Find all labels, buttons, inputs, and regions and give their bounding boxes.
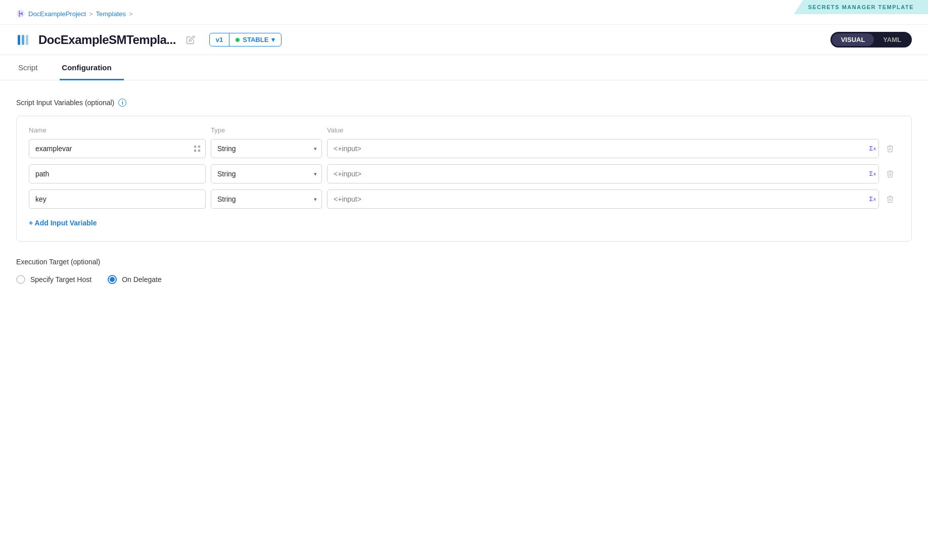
secrets-manager-banner: SECRETS MANAGER TEMPLATE [794, 0, 928, 14]
svg-rect-1 [18, 35, 20, 45]
value-cell-0: Σx [327, 139, 879, 158]
svg-rect-7 [198, 150, 200, 152]
var-grid-icon-0[interactable] [193, 144, 202, 153]
delete-row-0-button[interactable] [881, 142, 899, 156]
edit-title-button[interactable] [184, 33, 197, 46]
version-status-label: STABLE [243, 36, 268, 43]
name-input-wrapper-0 [29, 139, 206, 158]
variables-table: Name Type Value [16, 116, 912, 242]
name-input-wrapper-2 [29, 190, 206, 209]
col-name-header: Name [29, 126, 211, 134]
delete-row-1-button[interactable] [881, 167, 899, 181]
col-value-header: Value [327, 126, 879, 134]
name-cell-1 [29, 164, 211, 183]
template-icon [16, 33, 30, 47]
radio-specify-label: Specify Target Host [30, 275, 91, 284]
breadcrumb-sep-1: > [89, 10, 93, 18]
radio-on-delegate[interactable]: On Delegate [108, 275, 162, 284]
breadcrumb-templates[interactable]: Templates [96, 10, 126, 18]
version-chevron-icon: ▾ [271, 36, 275, 43]
type-cell-1: String Number Boolean ▾ [211, 164, 322, 183]
delete-row-2-button[interactable] [881, 192, 899, 206]
col-type-header: Type [211, 126, 327, 134]
radio-delegate-circle [108, 275, 117, 284]
value-input-1[interactable] [327, 164, 879, 183]
breadcrumb: DocExampleProject > Templates > [0, 0, 928, 25]
name-cell-2 [29, 190, 211, 209]
script-input-section-label: Script Input Variables (optional) i [16, 99, 912, 107]
execution-target-label: Execution Target (optional) [16, 258, 912, 266]
view-toggle[interactable]: VISUAL YAML [830, 32, 912, 48]
tab-configuration[interactable]: Configuration [60, 55, 123, 80]
type-select-2[interactable]: String Number Boolean [211, 190, 322, 209]
sigma-button-2[interactable]: Σx [869, 196, 876, 203]
type-select-1[interactable]: String Number Boolean [211, 164, 322, 183]
radio-delegate-label: On Delegate [122, 275, 162, 284]
value-cell-2: Σx [327, 190, 879, 209]
type-cell-2: String Number Boolean ▾ [211, 190, 322, 209]
svg-rect-2 [22, 35, 24, 45]
name-input-2[interactable] [29, 190, 206, 209]
sigma-button-1[interactable]: Σx [869, 170, 876, 177]
table-header: Name Type Value [29, 126, 899, 139]
harness-logo-icon [16, 9, 25, 18]
radio-specify-circle [16, 275, 25, 284]
table-row: String Number Boolean ▾ Σx [29, 190, 899, 209]
script-input-info-icon[interactable]: i [118, 99, 126, 107]
name-input-wrapper-1 [29, 164, 206, 183]
table-row: String Number Boolean ▾ Σx [29, 139, 899, 158]
svg-rect-3 [26, 35, 28, 45]
value-input-wrapper-0: Σx [327, 139, 879, 158]
stable-dot-icon [236, 38, 240, 42]
version-badge[interactable]: v1 STABLE ▾ [209, 33, 282, 46]
script-input-label-text: Script Input Variables (optional) [16, 99, 114, 107]
name-input-0[interactable] [29, 139, 206, 158]
version-number: v1 [210, 33, 229, 46]
value-input-wrapper-2: Σx [327, 190, 879, 209]
svg-rect-4 [194, 146, 196, 148]
yaml-view-button[interactable]: YAML [874, 33, 910, 46]
breadcrumb-project[interactable]: DocExampleProject [28, 10, 86, 18]
value-cell-1: Σx [327, 164, 879, 183]
name-input-1[interactable] [29, 164, 206, 183]
page-header: DocExampleSMTempla... v1 STABLE ▾ VISUAL… [0, 25, 928, 55]
main-content: Script Input Variables (optional) i Name… [0, 80, 928, 302]
visual-view-button[interactable]: VISUAL [832, 33, 874, 46]
sigma-button-0[interactable]: Σx [869, 145, 876, 152]
radio-specify-target[interactable]: Specify Target Host [16, 275, 91, 284]
tab-bar: Script Configuration [0, 55, 928, 80]
value-input-wrapper-1: Σx [327, 164, 879, 183]
svg-rect-5 [198, 146, 200, 148]
breadcrumb-sep-2: > [129, 10, 133, 18]
tab-script[interactable]: Script [16, 55, 50, 80]
value-input-2[interactable] [327, 190, 879, 209]
svg-rect-6 [194, 150, 196, 152]
type-select-0[interactable]: String Number Boolean [211, 139, 322, 158]
type-cell-0: String Number Boolean ▾ [211, 139, 322, 158]
page-title: DocExampleSMTempla... [38, 33, 176, 47]
add-input-variable-button[interactable]: + Add Input Variable [29, 215, 97, 227]
table-row: String Number Boolean ▾ Σx [29, 164, 899, 183]
col-actions-header [879, 126, 899, 134]
value-input-0[interactable] [327, 139, 879, 158]
execution-target-radio-group: Specify Target Host On Delegate [16, 275, 912, 284]
name-cell-0 [29, 139, 211, 158]
execution-target-section: Execution Target (optional) Specify Targ… [16, 258, 912, 284]
version-status-dropdown[interactable]: STABLE ▾ [229, 33, 281, 46]
